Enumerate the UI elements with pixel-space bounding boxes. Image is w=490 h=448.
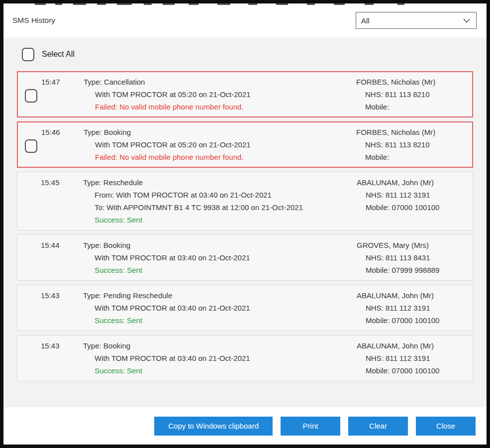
entry-detail-line: With TOM PROCTOR at 03:40 on 21-Oct-2021 bbox=[83, 352, 357, 364]
patient-mobile: Mobile: bbox=[356, 151, 472, 163]
entry-details: With TOM PROCTOR at 03:40 on 21-Oct-2021 bbox=[83, 352, 357, 364]
sms-entry-row: 15:46 Type: Booking With TOM PROCTOR at … bbox=[17, 121, 473, 168]
entry-type: Type: Booking bbox=[83, 239, 357, 251]
entry-type: Type: Cancellation bbox=[84, 76, 356, 88]
patient-mobile: Mobile: 07000 100100 bbox=[357, 364, 473, 377]
patient-name: GROVES, Mary (Mrs) bbox=[357, 239, 473, 251]
entry-main-block: Type: Booking With TOM PROCTOR at 03:40 … bbox=[83, 339, 357, 377]
entry-main-block: Type: Reschedule From: With TOM PROCTOR … bbox=[83, 176, 357, 226]
sms-entry-row: 15:45 Type: Reschedule From: With TOM PR… bbox=[17, 172, 473, 230]
patient-nhs: NHS: 811 112 3191 bbox=[357, 352, 473, 364]
entry-main-block: Type: Booking With TOM PROCTOR at 05:20 … bbox=[84, 126, 356, 163]
entry-main-block: Type: Booking With TOM PROCTOR at 03:40 … bbox=[83, 239, 357, 276]
patient-nhs: NHS: 811 113 8210 bbox=[356, 138, 472, 151]
entry-type: Type: Pending Reschedule bbox=[83, 289, 357, 302]
entry-detail-line: With TOM PROCTOR at 03:40 on 21-Oct-2021 bbox=[83, 251, 357, 264]
entry-time: 15:43 bbox=[17, 289, 83, 302]
entry-type: Type: Booking bbox=[83, 339, 357, 352]
patient-mobile: Mobile: 07999 998889 bbox=[357, 264, 473, 276]
close-button[interactable]: Close bbox=[416, 417, 476, 436]
patient-name: ABALUNAM, John (Mr) bbox=[357, 339, 473, 352]
entry-detail-line: With TOM PROCTOR at 05:20 on 21-Oct-2021 bbox=[84, 88, 356, 101]
patient-mobile: Mobile: 07000 100100 bbox=[357, 314, 473, 327]
entry-patient-block: ABALUNAM, John (Mr) NHS: 811 112 3191 Mo… bbox=[357, 289, 473, 327]
entry-patient-block: FORBES, Nicholas (Mr) NHS: 811 113 8210 … bbox=[356, 76, 472, 113]
entry-time-cell: 15:43 bbox=[17, 339, 83, 377]
patient-name: ABALUNAM, John (Mr) bbox=[357, 289, 473, 302]
entry-checkbox[interactable] bbox=[25, 139, 37, 153]
entry-time-cell: 15:44 bbox=[17, 239, 83, 276]
sms-entry-row: 15:43 Type: Pending Reschedule With TOM … bbox=[17, 285, 473, 331]
entry-detail-line: From: With TOM PROCTOR at 03:40 on 21-Oc… bbox=[83, 189, 357, 201]
sms-entry-list: 15:47 Type: Cancellation With TOM PROCTO… bbox=[17, 71, 473, 381]
entry-patient-block: ABALUNAM, John (Mr) NHS: 811 112 3191 Mo… bbox=[357, 339, 473, 377]
patient-nhs: NHS: 811 112 3191 bbox=[357, 189, 473, 201]
entry-details: With TOM PROCTOR at 05:20 on 21-Oct-2021 bbox=[84, 88, 356, 101]
patient-nhs: NHS: 811 112 3191 bbox=[357, 302, 473, 314]
select-all-label: Select All bbox=[42, 50, 75, 59]
patient-mobile: Mobile: bbox=[356, 101, 472, 113]
entry-type: Type: Reschedule bbox=[83, 176, 357, 189]
patient-name: FORBES, Nicholas (Mr) bbox=[356, 126, 472, 138]
entry-patient-block: ABALUNAM, John (Mr) NHS: 811 112 3191 Mo… bbox=[357, 176, 473, 226]
filter-dropdown-value: All bbox=[361, 16, 370, 25]
patient-name: FORBES, Nicholas (Mr) bbox=[356, 76, 472, 88]
entry-status: Failed: No valid mobile phone number fou… bbox=[84, 151, 356, 163]
entry-time: 15:44 bbox=[17, 239, 83, 251]
entry-status: Success: Sent bbox=[83, 264, 357, 276]
entry-time-cell: 15:46 bbox=[18, 126, 84, 163]
clear-button[interactable]: Clear bbox=[348, 417, 408, 436]
entry-time: 15:45 bbox=[17, 176, 83, 189]
entry-time: 15:46 bbox=[18, 126, 84, 138]
entry-main-block: Type: Pending Reschedule With TOM PROCTO… bbox=[83, 289, 357, 327]
select-all-row: Select All bbox=[22, 47, 473, 61]
select-all-checkbox[interactable] bbox=[22, 48, 34, 61]
print-button[interactable]: Print bbox=[281, 417, 340, 436]
entry-status: Success: Sent bbox=[83, 364, 357, 377]
entry-details: From: With TOM PROCTOR at 03:40 on 21-Oc… bbox=[83, 189, 357, 214]
sms-history-list-area: Select All 15:47 Type: Cancellation With… bbox=[3, 37, 487, 407]
entry-patient-block: FORBES, Nicholas (Mr) NHS: 811 113 8210 … bbox=[356, 126, 472, 163]
entry-time-cell: 15:43 bbox=[17, 289, 83, 327]
entry-status: Success: Sent bbox=[83, 214, 357, 226]
patient-nhs: NHS: 811 113 8431 bbox=[357, 251, 473, 264]
entry-status: Success: Sent bbox=[83, 314, 357, 327]
sms-entry-row: 15:47 Type: Cancellation With TOM PROCTO… bbox=[17, 71, 473, 117]
sms-entry-row: 15:43 Type: Booking With TOM PROCTOR at … bbox=[17, 335, 473, 381]
patient-name: ABALUNAM, John (Mr) bbox=[357, 176, 473, 189]
entry-detail-line: With TOM PROCTOR at 03:40 on 21-Oct-2021 bbox=[83, 302, 357, 314]
patient-nhs: NHS: 811 113 8210 bbox=[356, 88, 472, 101]
patient-mobile: Mobile: 07000 100100 bbox=[357, 201, 473, 214]
entry-checkbox[interactable] bbox=[25, 89, 37, 103]
copy-to-clipboard-button[interactable]: Copy to Windows clipboard bbox=[154, 417, 273, 436]
chevron-down-icon bbox=[463, 18, 470, 23]
entry-detail-line: To: With APPOINTMNT B1 4 TC 9938 at 12:0… bbox=[83, 201, 357, 214]
entry-details: With TOM PROCTOR at 03:40 on 21-Oct-2021 bbox=[83, 251, 357, 264]
sms-entry-row: 15:44 Type: Booking With TOM PROCTOR at … bbox=[17, 234, 473, 281]
filter-dropdown[interactable]: All bbox=[356, 12, 477, 29]
sms-history-dialog: SMS History All Select All 15:47 Type: C… bbox=[0, 0, 490, 448]
dialog-header: SMS History All bbox=[3, 3, 487, 37]
entry-time-cell: 15:45 bbox=[17, 176, 83, 226]
entry-time-cell: 15:47 bbox=[18, 76, 84, 113]
entry-details: With TOM PROCTOR at 03:40 on 21-Oct-2021 bbox=[83, 302, 357, 314]
entry-time: 15:47 bbox=[18, 76, 84, 88]
entry-details: With TOM PROCTOR at 05:20 on 21-Oct-2021 bbox=[84, 138, 356, 151]
entry-patient-block: GROVES, Mary (Mrs) NHS: 811 113 8431 Mob… bbox=[357, 239, 473, 276]
entry-type: Type: Booking bbox=[84, 126, 356, 138]
entry-status: Failed: No valid mobile phone number fou… bbox=[84, 101, 356, 113]
dialog-footer: Copy to Windows clipboard Print Clear Cl… bbox=[3, 407, 487, 445]
page-title: SMS History bbox=[12, 16, 55, 25]
entry-detail-line: With TOM PROCTOR at 05:20 on 21-Oct-2021 bbox=[84, 138, 356, 151]
entry-main-block: Type: Cancellation With TOM PROCTOR at 0… bbox=[84, 76, 356, 113]
entry-time: 15:43 bbox=[17, 339, 83, 352]
